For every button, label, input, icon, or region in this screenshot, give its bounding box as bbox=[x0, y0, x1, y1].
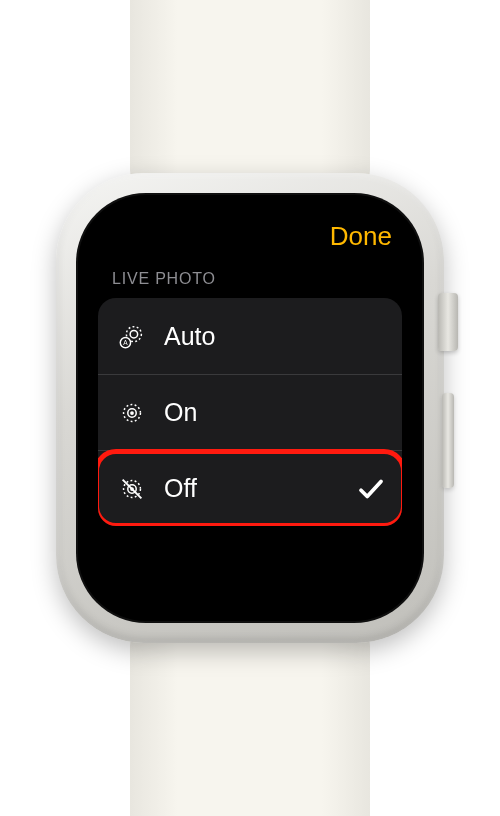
watch-screen: Done LIVE PHOTO A Auto bbox=[76, 193, 424, 623]
option-off[interactable]: Off bbox=[98, 450, 402, 526]
done-button[interactable]: Done bbox=[330, 221, 392, 252]
watch-band-top bbox=[130, 0, 370, 200]
live-photo-on-icon bbox=[114, 395, 150, 431]
option-auto[interactable]: A Auto bbox=[98, 298, 402, 374]
svg-point-0 bbox=[130, 330, 138, 338]
option-label: On bbox=[164, 398, 386, 427]
digital-crown[interactable] bbox=[438, 293, 458, 351]
side-button[interactable] bbox=[442, 393, 454, 488]
live-photo-auto-icon: A bbox=[114, 318, 150, 354]
svg-line-10 bbox=[123, 479, 142, 498]
live-photo-options-list: A Auto On bbox=[98, 298, 402, 526]
svg-text:A: A bbox=[123, 339, 128, 346]
svg-point-5 bbox=[130, 411, 134, 415]
watch-case: Done LIVE PHOTO A Auto bbox=[56, 173, 444, 643]
option-label: Auto bbox=[164, 322, 386, 351]
option-label: Off bbox=[164, 474, 356, 503]
checkmark-icon bbox=[356, 474, 386, 504]
section-title-live-photo: LIVE PHOTO bbox=[98, 268, 402, 298]
watch-band-bottom bbox=[130, 616, 370, 816]
live-photo-off-icon bbox=[114, 471, 150, 507]
option-on[interactable]: On bbox=[98, 374, 402, 450]
header-bar: Done bbox=[98, 221, 402, 252]
